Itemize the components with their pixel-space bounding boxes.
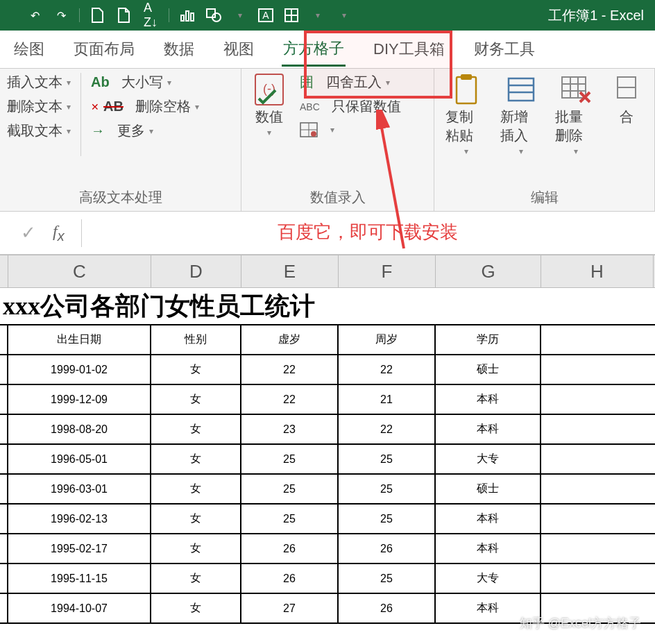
- cell[interactable]: [0, 594, 8, 622]
- table-header[interactable]: 出生日期: [8, 325, 151, 354]
- cell[interactable]: 25: [339, 564, 436, 593]
- cell[interactable]: 女: [151, 564, 241, 593]
- shapes-icon[interactable]: [205, 7, 222, 24]
- cell[interactable]: 25: [339, 475, 436, 503]
- col-header[interactable]: H: [541, 255, 654, 287]
- cell[interactable]: 女: [151, 475, 241, 503]
- cell[interactable]: [0, 415, 8, 443]
- table-header[interactable]: 性别: [151, 325, 241, 354]
- copy-paste-button[interactable]: 复制粘贴▾: [441, 73, 491, 156]
- cell[interactable]: 21: [339, 385, 436, 414]
- textbox-icon[interactable]: A: [258, 8, 273, 22]
- extract-text-button[interactable]: 截取文本▾: [7, 121, 71, 140]
- new-file-icon[interactable]: [90, 7, 106, 24]
- col-header[interactable]: G: [436, 255, 541, 287]
- cell[interactable]: [541, 534, 654, 563]
- cell[interactable]: 22: [241, 385, 339, 414]
- col-header[interactable]: C: [8, 255, 151, 287]
- cell[interactable]: 23: [241, 415, 339, 443]
- col-header[interactable]: E: [241, 255, 339, 287]
- cell[interactable]: 大专: [436, 445, 541, 473]
- cell[interactable]: 25: [339, 445, 436, 473]
- tab-finance[interactable]: 财务工具: [473, 33, 536, 65]
- redo-icon[interactable]: ↷: [53, 7, 69, 24]
- cell[interactable]: 女: [151, 445, 241, 473]
- col-header[interactable]: D: [151, 255, 241, 287]
- cell[interactable]: 本科: [436, 534, 541, 563]
- cell[interactable]: [541, 564, 654, 593]
- cell-tool-button[interactable]: ▾: [300, 121, 401, 137]
- cell[interactable]: 本科: [436, 505, 541, 533]
- delete-text-button[interactable]: 删除文本▾: [7, 97, 71, 116]
- cell[interactable]: 22: [241, 355, 339, 384]
- cell[interactable]: 女: [151, 594, 241, 622]
- cell[interactable]: 25: [241, 505, 339, 533]
- qat-customize-icon[interactable]: ▾: [336, 7, 352, 24]
- cell[interactable]: 1995-11-15: [8, 564, 151, 593]
- sort-icon[interactable]: AZ↓: [142, 7, 159, 24]
- cell[interactable]: 1996-03-01: [8, 475, 151, 503]
- cell[interactable]: 26: [241, 534, 339, 563]
- cell[interactable]: 22: [339, 415, 436, 443]
- cell[interactable]: 25: [241, 445, 339, 473]
- cell[interactable]: 1996-02-13: [8, 505, 151, 533]
- cell[interactable]: 26: [339, 594, 436, 622]
- cell[interactable]: 本科: [436, 415, 541, 443]
- cell[interactable]: [541, 385, 654, 414]
- col-header[interactable]: F: [339, 255, 436, 287]
- case-button[interactable]: Ab 大小写▾: [91, 73, 199, 92]
- merge-button[interactable]: 合: [606, 73, 647, 126]
- cell[interactable]: [0, 564, 8, 593]
- row-header-stub[interactable]: [0, 255, 8, 287]
- table-header[interactable]: 虚岁: [241, 325, 339, 354]
- open-file-icon[interactable]: [116, 7, 133, 24]
- delete-space-button[interactable]: ✕AB 删除空格▾: [91, 97, 199, 116]
- tab-view[interactable]: 视图: [222, 33, 255, 65]
- cell[interactable]: 25: [339, 505, 436, 533]
- cell[interactable]: [0, 505, 8, 533]
- cell[interactable]: 27: [241, 594, 339, 622]
- cell[interactable]: [541, 445, 654, 473]
- insert-text-button[interactable]: 插入文本▾: [7, 73, 71, 92]
- chart-icon[interactable]: [179, 7, 196, 24]
- cell[interactable]: 22: [339, 355, 436, 384]
- cell[interactable]: [0, 534, 8, 563]
- batch-delete-button[interactable]: 批量删除▾: [551, 73, 600, 156]
- cell[interactable]: 女: [151, 385, 241, 414]
- cell[interactable]: [541, 355, 654, 384]
- cell[interactable]: 1999-12-09: [8, 385, 151, 414]
- cell[interactable]: 25: [241, 475, 339, 503]
- cell[interactable]: 女: [151, 505, 241, 533]
- sheet-title-cell[interactable]: xxx公司各部门女性员工统计: [0, 288, 655, 325]
- table-header[interactable]: 周岁: [339, 325, 436, 354]
- cell[interactable]: 女: [151, 534, 241, 563]
- chevron-down-icon[interactable]: ▾: [309, 7, 326, 24]
- cell[interactable]: 26: [241, 564, 339, 593]
- insert-button[interactable]: 新增插入▾: [496, 73, 545, 156]
- tab-draw[interactable]: 绘图: [12, 33, 46, 65]
- fx-icon[interactable]: fx: [53, 222, 65, 244]
- cell[interactable]: 本科: [436, 385, 541, 414]
- cell[interactable]: 硕士: [436, 355, 541, 384]
- tab-data[interactable]: 数据: [162, 33, 196, 65]
- cell[interactable]: [0, 385, 8, 414]
- tab-pagelayout[interactable]: 页面布局: [72, 33, 136, 65]
- cell[interactable]: [541, 505, 654, 533]
- cell[interactable]: 1998-08-20: [8, 415, 151, 443]
- tab-diy[interactable]: DIY工具箱: [372, 33, 446, 65]
- cell[interactable]: 大专: [436, 564, 541, 593]
- round-button[interactable]: 囲 四舍五入▾: [300, 73, 401, 92]
- table-header[interactable]: 学历: [436, 325, 541, 354]
- cell[interactable]: 女: [151, 415, 241, 443]
- cell[interactable]: [0, 445, 8, 473]
- cell[interactable]: 1996-05-01: [8, 445, 151, 473]
- grid-icon[interactable]: [283, 7, 300, 24]
- cell[interactable]: 1999-01-02: [8, 355, 151, 384]
- cancel-icon[interactable]: ✓: [21, 222, 36, 244]
- cell[interactable]: [541, 415, 654, 443]
- cell[interactable]: 26: [339, 534, 436, 563]
- cell[interactable]: [0, 355, 8, 384]
- cell[interactable]: [541, 475, 654, 503]
- undo-icon[interactable]: ↶: [26, 7, 43, 24]
- number-button[interactable]: (-) 数值▾: [248, 73, 290, 137]
